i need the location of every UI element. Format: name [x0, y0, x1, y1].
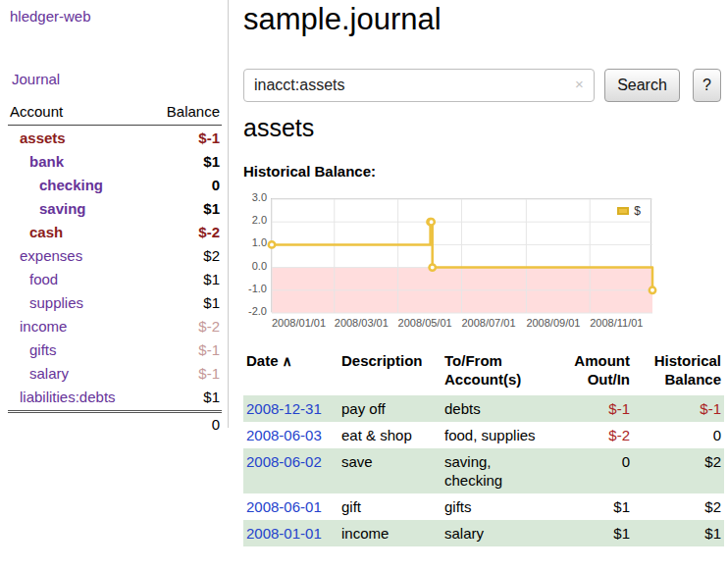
accounts-total-row: 0	[8, 410, 222, 436]
account-balance: $2	[203, 246, 220, 265]
description-cell: eat & shop	[338, 426, 442, 444]
date-link[interactable]: 2008-06-03	[246, 427, 322, 443]
account-balance: $-1	[198, 129, 220, 147]
account-row: bank $1	[8, 149, 222, 173]
page-title: sample.journal	[243, 2, 442, 37]
account-column-header: Account	[10, 103, 63, 120]
balance-column-header: Balance	[167, 103, 220, 120]
y-tick-label: 1.0	[243, 236, 267, 248]
account-link[interactable]: income	[10, 317, 67, 336]
table-row: 2008-06-01 gift gifts $1 $2	[243, 493, 724, 520]
amount-cell: $-1	[549, 399, 633, 418]
chart-heading: Historical Balance:	[243, 163, 376, 180]
column-header[interactable]: Amount Out/In	[549, 351, 633, 389]
y-tick-label: -1.0	[243, 283, 267, 294]
description-cell: income	[338, 524, 442, 543]
description-cell: pay off	[338, 399, 442, 418]
account-balance: $1	[203, 152, 220, 171]
account-row: food $1	[8, 267, 222, 290]
account-link[interactable]: checking	[10, 176, 103, 194]
register-rows: 2008-12-31 pay off debts $-1 $-1 2008-06…	[243, 395, 724, 546]
balance-chart-svg	[272, 199, 652, 313]
account-balance: $1	[203, 270, 220, 288]
account-row: cash $-2	[8, 220, 222, 243]
account-link[interactable]: bank	[10, 152, 64, 171]
column-header[interactable]: Description	[338, 351, 442, 389]
help-button[interactable]: ?	[693, 69, 721, 102]
account-link[interactable]: supplies	[10, 293, 83, 312]
account-link[interactable]: salary	[10, 364, 69, 383]
accounts-table-header: Account Balance	[8, 100, 222, 126]
x-tick-label: 2008/07/01	[461, 317, 515, 329]
account-link[interactable]: assets	[10, 129, 66, 147]
y-tick-label: -2.0	[243, 305, 267, 317]
balance-cell: $-1	[633, 399, 724, 418]
table-row: 2008-01-01 income salary $1 $1	[243, 520, 724, 546]
balance-cell: 0	[633, 426, 724, 444]
description-cell: save	[338, 452, 442, 490]
accounts-table: Account Balance assets $-1 bank $1 check…	[8, 100, 222, 436]
account-link[interactable]: gifts	[10, 340, 57, 359]
accounts-cell: salary	[442, 524, 549, 543]
amount-cell: $-2	[549, 426, 633, 444]
search-input[interactable]	[243, 69, 595, 102]
account-row: saving $1	[8, 196, 222, 220]
date-cell: 2008-06-02	[243, 452, 338, 490]
chart-point	[269, 241, 275, 247]
date-link[interactable]: 2008-06-01	[246, 498, 322, 515]
amount-cell: $1	[549, 524, 633, 543]
amount-cell: 0	[549, 452, 633, 490]
account-row: expenses $2	[8, 243, 222, 267]
account-row: salary $-1	[8, 361, 222, 385]
sidebar-item-journal[interactable]: Journal	[12, 71, 60, 87]
chart-point	[650, 287, 655, 293]
x-tick-label: 2008/03/01	[335, 317, 389, 329]
account-balance: $1	[203, 293, 220, 312]
amount-cell: $1	[549, 497, 633, 516]
sort-asc-icon: ∧	[279, 353, 292, 369]
column-header[interactable]: Date ∧	[243, 351, 338, 389]
date-link[interactable]: 2008-01-01	[246, 525, 322, 542]
sidebar: hledger-web Journal Account Balance asse…	[0, 0, 229, 428]
register-table: Date ∧DescriptionTo/From Account(s)Amoun…	[243, 351, 724, 546]
account-heading: assets	[243, 114, 314, 142]
x-tick-label: 2008/09/01	[526, 317, 580, 329]
account-balance: $1	[203, 199, 220, 218]
clear-search-icon[interactable]: ×	[575, 77, 584, 92]
account-balance: 0	[212, 176, 220, 194]
column-header[interactable]: Historical Balance	[633, 351, 724, 389]
column-header[interactable]: To/From Account(s)	[442, 351, 549, 389]
account-row: assets $-1	[8, 126, 222, 149]
table-row: 2008-06-02 save saving, checking 0 $2	[243, 448, 724, 493]
balance-cell: $1	[633, 524, 724, 543]
account-row: liabilities:debts $1	[8, 385, 222, 408]
app-title-link[interactable]: hledger-web	[10, 8, 91, 25]
description-cell: gift	[338, 497, 442, 516]
account-balance: $-2	[198, 223, 220, 241]
chart-legend: $	[612, 203, 646, 219]
account-balance: $-1	[198, 364, 220, 383]
account-link[interactable]: expenses	[10, 246, 82, 265]
balance-cell: $2	[633, 497, 724, 516]
y-tick-label: 0.0	[243, 260, 267, 272]
account-row: gifts $-1	[8, 337, 222, 361]
x-tick-label: 2008/01/01	[272, 317, 326, 329]
y-tick-label: 3.0	[243, 191, 267, 203]
account-link[interactable]: saving	[10, 199, 86, 218]
account-row: supplies $1	[8, 290, 222, 314]
date-link[interactable]: 2008-12-31	[246, 400, 322, 417]
account-link[interactable]: food	[10, 270, 58, 288]
date-cell: 2008-12-31	[243, 399, 338, 418]
date-link[interactable]: 2008-06-02	[246, 453, 322, 470]
series-label: $	[634, 204, 641, 218]
chart-plot-area: $	[271, 198, 651, 312]
account-link[interactable]: liabilities:debts	[10, 388, 116, 406]
total-balance: 0	[212, 416, 220, 433]
search-button[interactable]: Search	[604, 69, 680, 102]
table-row: 2008-12-31 pay off debts $-1 $-1	[243, 395, 724, 422]
accounts-cell: saving, checking	[442, 452, 549, 490]
accounts-cell: food, supplies	[442, 426, 549, 444]
date-cell: 2008-06-03	[243, 426, 338, 444]
account-link[interactable]: cash	[10, 223, 63, 241]
balance-cell: $2	[633, 452, 724, 490]
